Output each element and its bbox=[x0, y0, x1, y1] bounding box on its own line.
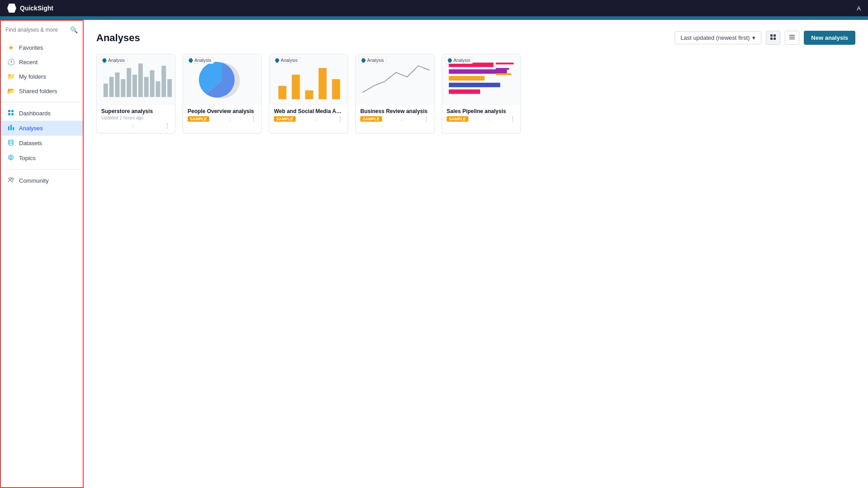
dataset-icon bbox=[7, 139, 14, 147]
folder-icon: 📁 bbox=[7, 73, 14, 80]
svg-rect-14 bbox=[770, 34, 773, 37]
card-thumbnail-people: Analysis bbox=[183, 54, 261, 104]
card-more-button-superstore[interactable]: ⋮ bbox=[164, 122, 170, 129]
sidebar-item-dashboards[interactable]: Dashboards bbox=[0, 106, 83, 121]
svg-rect-1 bbox=[11, 110, 14, 112]
new-analysis-button[interactable]: New analysis bbox=[804, 31, 855, 45]
badge-label-web: Analysis bbox=[281, 58, 297, 63]
sidebar-item-datasets[interactable]: Datasets bbox=[0, 136, 83, 151]
svg-rect-31 bbox=[161, 66, 166, 97]
topics-icon bbox=[7, 154, 14, 162]
svg-rect-32 bbox=[167, 79, 172, 97]
svg-rect-29 bbox=[150, 70, 155, 97]
card-title-superstore: Superstore analysis bbox=[101, 108, 170, 114]
card-web-social[interactable]: Analysis Web and Social Media Anal... bbox=[269, 54, 348, 133]
topbar: QuickSight A bbox=[0, 0, 868, 16]
sidebar-nav-top: ★ Favorites 🕐 Recent 📁 My folders 📂 Shar… bbox=[0, 37, 83, 102]
card-footer-sales: Sales Pipeline analysis SAMPLE ☆ ⋮ bbox=[442, 104, 520, 126]
page-title: Analyses bbox=[96, 32, 675, 44]
card-footer-superstore: Superstore analysis Updated 2 hours ago … bbox=[97, 104, 175, 133]
view-list-button[interactable] bbox=[785, 31, 799, 45]
content-header: Analyses Last updated (newest first) ▾ bbox=[96, 31, 855, 45]
sidebar-item-my-folders[interactable]: 📁 My folders bbox=[0, 69, 83, 84]
sidebar-label-analyses: Analyses bbox=[19, 125, 43, 132]
sample-badge-web: SAMPLE bbox=[274, 116, 296, 122]
svg-rect-26 bbox=[132, 75, 137, 97]
svg-rect-40 bbox=[449, 69, 507, 74]
sidebar-item-topics[interactable]: Topics bbox=[0, 151, 83, 166]
card-star-button-business[interactable]: ☆ bbox=[400, 116, 405, 123]
card-more-button-business[interactable]: ⋮ bbox=[423, 115, 429, 123]
card-more-button-people[interactable]: ⋮ bbox=[250, 115, 257, 123]
svg-rect-38 bbox=[332, 79, 340, 99]
card-more-button-web[interactable]: ⋮ bbox=[337, 115, 343, 123]
user-initial: A bbox=[857, 5, 861, 12]
chevron-down-icon: ▾ bbox=[752, 34, 755, 41]
svg-rect-21 bbox=[104, 84, 108, 97]
card-star-button-web[interactable]: ☆ bbox=[313, 116, 319, 123]
search-icon[interactable]: 🔍 bbox=[70, 26, 78, 33]
card-badge-people: Analysis bbox=[186, 57, 214, 64]
card-people-overview[interactable]: Analysis People Overview analysis SAMPLE… bbox=[183, 54, 262, 133]
svg-rect-15 bbox=[774, 34, 776, 37]
secondary-bar bbox=[0, 16, 868, 20]
sidebar-item-recent[interactable]: 🕐 Recent bbox=[0, 55, 83, 69]
card-star-button-sales[interactable]: ☆ bbox=[486, 116, 491, 123]
card-actions-web: SAMPLE ☆ ⋮ bbox=[274, 115, 343, 123]
sidebar-item-shared-folders[interactable]: 📂 Shared folders bbox=[0, 84, 83, 98]
sort-dropdown[interactable]: Last updated (newest first) ▾ bbox=[675, 31, 761, 44]
sidebar-label-recent: Recent bbox=[19, 59, 38, 66]
search-input[interactable] bbox=[5, 27, 67, 33]
card-star-button-superstore[interactable]: ☆ bbox=[130, 123, 136, 129]
sort-label: Last updated (newest first) bbox=[680, 34, 750, 41]
sidebar-label-dashboards: Dashboards bbox=[19, 110, 51, 117]
badge-label: Analysis bbox=[108, 58, 125, 63]
svg-rect-27 bbox=[138, 63, 143, 97]
card-footer-web: Web and Social Media Anal... SAMPLE ☆ ⋮ bbox=[269, 104, 348, 126]
svg-rect-28 bbox=[144, 77, 149, 97]
community-icon bbox=[7, 177, 14, 185]
user-avatar[interactable]: A bbox=[857, 5, 861, 12]
qs-icon-web bbox=[275, 58, 279, 63]
clock-icon: 🕐 bbox=[7, 58, 14, 66]
card-star-button-people[interactable]: ☆ bbox=[227, 116, 232, 123]
sample-badge-sales: SAMPLE bbox=[447, 116, 468, 122]
svg-rect-45 bbox=[496, 68, 509, 70]
card-title-sales: Sales Pipeline analysis bbox=[447, 108, 516, 114]
svg-rect-37 bbox=[319, 68, 327, 99]
view-grid-button[interactable] bbox=[766, 31, 780, 45]
card-badge-sales: Analysis bbox=[445, 57, 473, 64]
svg-rect-24 bbox=[121, 79, 125, 97]
sidebar-item-favorites[interactable]: ★ Favorites bbox=[0, 40, 83, 55]
qs-icon-sales bbox=[448, 58, 452, 63]
sidebar-label-my-folders: My folders bbox=[19, 73, 46, 80]
sidebar-label-datasets: Datasets bbox=[19, 140, 42, 147]
sample-badge-people: SAMPLE bbox=[188, 116, 209, 122]
svg-rect-25 bbox=[127, 68, 131, 97]
card-more-button-sales[interactable]: ⋮ bbox=[509, 115, 516, 123]
card-sales-pipeline[interactable]: Analysis bbox=[442, 54, 521, 133]
card-thumbnail-business: Analysis bbox=[356, 54, 434, 104]
main-content: Analyses Last updated (newest first) ▾ bbox=[84, 20, 868, 488]
sidebar-label-community: Community bbox=[19, 177, 49, 184]
analyses-grid: Analysis bbox=[96, 54, 855, 133]
sidebar-label-topics: Topics bbox=[19, 155, 36, 161]
svg-rect-6 bbox=[13, 127, 14, 130]
card-title-people: People Overview analysis bbox=[188, 108, 257, 114]
card-badge-web: Analysis bbox=[272, 57, 300, 64]
svg-rect-35 bbox=[292, 75, 300, 99]
qs-icon-business bbox=[361, 58, 366, 63]
svg-rect-23 bbox=[115, 72, 120, 97]
svg-rect-41 bbox=[449, 76, 485, 81]
list-icon bbox=[789, 34, 795, 40]
svg-point-7 bbox=[9, 140, 13, 142]
svg-rect-16 bbox=[770, 38, 773, 40]
dashboard-icon bbox=[7, 109, 14, 117]
card-business-review[interactable]: Analysis Business Review analysis SAMPLE… bbox=[355, 54, 434, 133]
card-superstore[interactable]: Analysis bbox=[96, 54, 175, 133]
card-thumbnail-superstore: Analysis bbox=[97, 54, 175, 104]
sidebar-item-community[interactable]: Community bbox=[0, 173, 83, 188]
sidebar-item-analyses[interactable]: Analyses bbox=[0, 121, 83, 136]
badge-label-sales: Analysis bbox=[453, 58, 470, 63]
card-badge-superstore: Analysis bbox=[99, 57, 127, 64]
